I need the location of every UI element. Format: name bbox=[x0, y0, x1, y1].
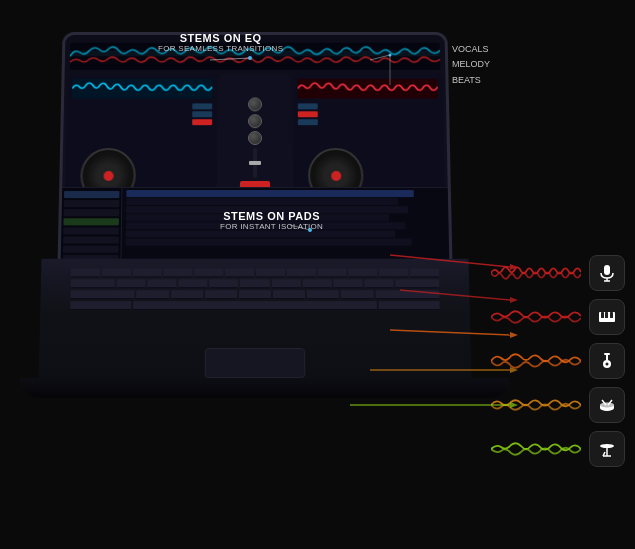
other-icon-button[interactable] bbox=[589, 431, 625, 467]
stem-waveform-bass bbox=[491, 350, 581, 372]
stem-row-melody bbox=[491, 299, 625, 335]
drums-icon-button[interactable] bbox=[589, 387, 625, 423]
stems-eq-title: STEMS ON EQ bbox=[158, 32, 283, 44]
other-stems-icon bbox=[597, 439, 617, 459]
stem-waveform-melody bbox=[491, 306, 581, 328]
svg-point-19 bbox=[606, 363, 609, 366]
stem-row-drums bbox=[491, 387, 625, 423]
laptop-bottom bbox=[20, 378, 511, 398]
stems-pads-subtitle: FOR INSTANT ISOLATION bbox=[220, 222, 323, 231]
melody-icon-button[interactable] bbox=[589, 299, 625, 335]
svg-rect-11 bbox=[604, 265, 610, 275]
svg-rect-15 bbox=[601, 312, 604, 318]
svg-rect-17 bbox=[610, 312, 613, 318]
stem-waveform-vocals bbox=[491, 262, 581, 284]
laptop-base bbox=[38, 259, 471, 389]
mixer-fader-handle bbox=[249, 161, 261, 165]
turntable-center-left bbox=[103, 170, 113, 180]
piano-icon bbox=[597, 307, 617, 327]
deck-right-waveform bbox=[298, 79, 438, 99]
melody-label: MELODY bbox=[452, 57, 490, 72]
stems-eq-label: STEMS ON EQ FOR SEAMLESS TRANSITIONS bbox=[158, 32, 283, 53]
stem-waveform-drums bbox=[491, 394, 581, 416]
dj-software-ui bbox=[61, 35, 450, 268]
stem-row-bass bbox=[491, 343, 625, 379]
bass-icon-button[interactable] bbox=[589, 343, 625, 379]
beats-label: BEATS bbox=[452, 73, 490, 88]
microphone-icon bbox=[597, 263, 617, 283]
trackpad bbox=[205, 348, 306, 378]
vocal-labels: VOCALS MELODY BEATS bbox=[452, 42, 490, 88]
laptop-screen bbox=[57, 32, 452, 271]
stem-row-vocals bbox=[491, 255, 625, 291]
deck-left-waveform bbox=[72, 79, 212, 99]
vocals-icon-button[interactable] bbox=[589, 255, 625, 291]
mixer-knob-hi bbox=[248, 98, 262, 112]
main-scene: STEMS ON EQ FOR SEAMLESS TRANSITIONS VOC… bbox=[0, 0, 635, 549]
svg-rect-21 bbox=[604, 353, 610, 355]
svg-point-28 bbox=[600, 444, 614, 448]
mixer-knob-lo bbox=[248, 131, 262, 145]
laptop bbox=[20, 30, 510, 450]
stem-row-other bbox=[491, 431, 625, 467]
vocals-label: VOCALS bbox=[452, 42, 490, 57]
stems-pads-label: STEMS ON PADS FOR INSTANT ISOLATION bbox=[220, 210, 323, 231]
mixer-knob-mid bbox=[248, 114, 262, 128]
svg-point-25 bbox=[600, 403, 614, 408]
stem-waveform-other bbox=[491, 438, 581, 460]
keyboard bbox=[70, 269, 441, 338]
guitar-icon bbox=[597, 351, 617, 371]
turntable-center-right bbox=[331, 170, 341, 180]
mixer-fader bbox=[253, 148, 257, 178]
stems-eq-subtitle: FOR SEAMLESS TRANSITIONS bbox=[158, 44, 283, 53]
svg-rect-16 bbox=[605, 312, 608, 318]
drums-icon bbox=[597, 395, 617, 415]
stems-pads-title: STEMS ON PADS bbox=[220, 210, 323, 222]
stems-panel bbox=[491, 255, 625, 467]
